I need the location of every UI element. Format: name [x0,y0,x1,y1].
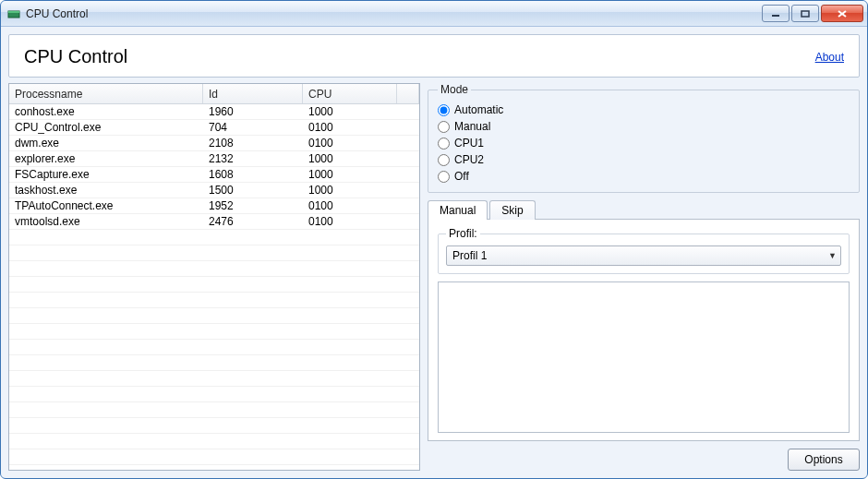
cell-processname: taskhost.exe [9,184,203,197]
table-row [9,434,419,449]
cell-cpu: 1000 [303,184,397,197]
tabstrip: Manual Skip [428,198,860,219]
table-row [9,308,419,324]
table-row [9,402,419,418]
cell-cpu: 1000 [303,105,397,118]
bottom-bar: Options [428,441,860,471]
mode-cpu1[interactable]: CPU1 [438,135,850,151]
table-row[interactable]: taskhost.exe15001000 [9,183,419,198]
mode-cpu1-label: CPU1 [454,137,484,150]
cell-id: 2108 [203,137,303,150]
col-processname[interactable]: Processname [9,84,203,103]
mode-automatic-radio[interactable] [438,104,450,116]
table-row[interactable]: TPAutoConnect.exe19520100 [9,198,419,214]
mode-cpu2-label: CPU2 [454,153,484,166]
tab-body-manual: Profil: Profil 1 ▼ [428,219,860,441]
table-row [9,355,419,371]
table-row[interactable]: FSCapture.exe16081000 [9,167,419,183]
cell-id: 2132 [203,152,303,165]
cell-cpu: 0100 [303,199,397,212]
titlebar: CPU Control [1,1,867,27]
right-pane: Mode Automatic Manual CPU1 [428,83,860,471]
cell-id: 1952 [203,199,303,212]
options-button[interactable]: Options [788,449,860,471]
mode-manual-label: Manual [454,120,490,133]
header-panel: CPU Control About [8,34,860,78]
tab-skip[interactable]: Skip [489,200,535,220]
cell-cpu: 0100 [303,121,397,134]
mode-manual-radio[interactable] [438,121,450,133]
cell-id: 1960 [203,105,303,118]
cell-cpu: 1000 [303,152,397,165]
svg-rect-3 [802,11,809,17]
cell-cpu: 1000 [303,168,397,181]
close-button[interactable] [821,5,863,22]
page-title: CPU Control [24,46,127,67]
cell-cpu: 0100 [303,215,397,228]
app-window: CPU Control CPU Control About Processnam… [0,0,868,479]
mode-cpu2[interactable]: CPU2 [438,151,850,168]
table-row[interactable]: dwm.exe21080100 [9,136,419,151]
cell-processname: conhost.exe [9,105,203,118]
table-row[interactable]: CPU_Control.exe7040100 [9,120,419,136]
mode-automatic-label: Automatic [454,103,503,116]
mode-off-label: Off [454,170,469,183]
table-row [9,230,419,245]
cell-processname: explorer.exe [9,152,203,165]
mode-group: Mode Automatic Manual CPU1 [428,83,860,193]
table-row [9,449,419,465]
mode-cpu2-radio[interactable] [438,154,450,166]
mode-manual[interactable]: Manual [438,118,850,135]
cell-processname: dwm.exe [9,137,203,150]
profil-legend: Profil: [446,227,480,240]
cell-processname: CPU_Control.exe [9,121,203,134]
table-row [9,387,419,402]
minimize-button[interactable] [762,5,790,22]
profil-group: Profil: Profil 1 ▼ [438,227,850,274]
table-body: conhost.exe19601000CPU_Control.exe704010… [9,104,419,470]
options-button-label: Options [804,453,842,466]
window-title: CPU Control [26,7,760,20]
table-row[interactable]: conhost.exe19601000 [9,104,419,120]
table-header: Processname Id CPU [9,84,419,104]
tab-manual[interactable]: Manual [428,200,488,220]
profil-selected: Profil 1 [452,249,487,262]
cell-cpu: 0100 [303,137,397,150]
app-icon [6,6,21,21]
profil-listbox[interactable] [438,281,850,433]
mode-automatic[interactable]: Automatic [438,102,850,118]
col-id[interactable]: Id [203,84,303,103]
table-row [9,293,419,308]
mode-off[interactable]: Off [438,168,850,185]
maximize-button[interactable] [791,5,819,22]
table-row [9,418,419,434]
table-row [9,261,419,277]
process-table[interactable]: Processname Id CPU conhost.exe19601000CP… [8,83,420,471]
window-controls [760,5,863,22]
cell-id: 2476 [203,215,303,228]
cell-processname: FSCapture.exe [9,168,203,181]
table-row [9,277,419,293]
table-row [9,245,419,261]
table-row[interactable]: explorer.exe21321000 [9,151,419,167]
client-area: CPU Control About Processname Id CPU con… [1,27,867,478]
cell-id: 1500 [203,184,303,197]
col-cpu[interactable]: CPU [303,84,397,103]
cell-processname: TPAutoConnect.exe [9,199,203,212]
mode-legend: Mode [438,83,471,96]
table-row [9,340,419,355]
table-row [9,324,419,340]
mode-cpu1-radio[interactable] [438,138,450,150]
profil-combobox[interactable]: Profil 1 ▼ [446,245,841,266]
svg-rect-1 [8,11,19,13]
main-area: Processname Id CPU conhost.exe19601000CP… [8,83,860,471]
col-padding [397,84,419,103]
cell-id: 704 [203,121,303,134]
chevron-down-icon: ▼ [828,251,837,260]
cell-id: 1608 [203,168,303,181]
table-row[interactable]: vmtoolsd.exe24760100 [9,214,419,230]
table-row [9,371,419,387]
about-link[interactable]: About [815,51,844,64]
cell-processname: vmtoolsd.exe [9,215,203,228]
mode-off-radio[interactable] [438,171,450,183]
